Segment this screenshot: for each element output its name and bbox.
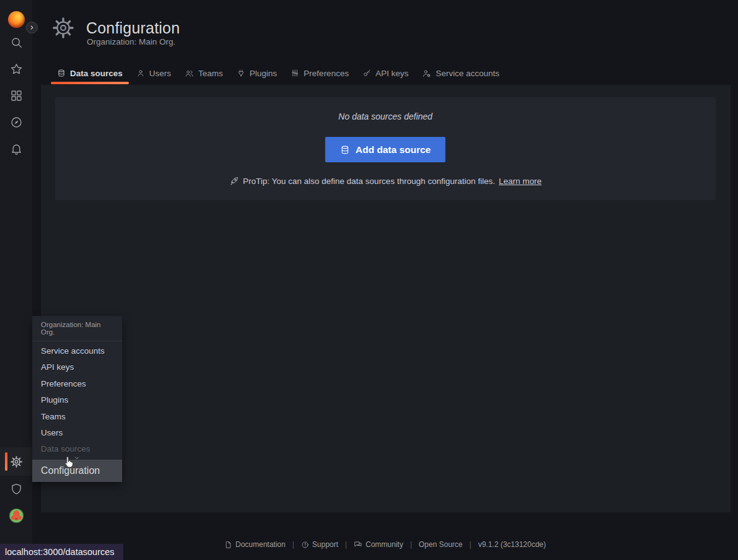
grafana-logo-icon bbox=[8, 11, 25, 28]
sidebar-expand-button[interactable] bbox=[26, 22, 38, 33]
menu-item-users[interactable]: Users bbox=[32, 425, 122, 441]
grafana-app: Configuration Organization: Main Org. Da… bbox=[0, 0, 738, 560]
add-data-source-button[interactable]: Add data source bbox=[325, 137, 446, 162]
protip-row: ProTip: You can also define data sources… bbox=[55, 176, 716, 186]
sidebar bbox=[0, 0, 32, 560]
empty-state-box: No data sources defined Add data source … bbox=[55, 97, 716, 200]
config-tabs: Data sources Users Teams Plugins Prefere… bbox=[50, 63, 506, 83]
menu-item-api-keys[interactable]: API keys bbox=[32, 359, 122, 375]
tab-service-accounts[interactable]: Service accounts bbox=[415, 63, 506, 83]
sidebar-item-configuration[interactable] bbox=[0, 447, 32, 476]
gear-icon bbox=[10, 455, 23, 468]
tab-label: Teams bbox=[198, 69, 223, 78]
page-title: Configuration bbox=[86, 19, 180, 37]
menu-org-header: Organization: Main Org. bbox=[32, 316, 122, 341]
database-icon bbox=[57, 69, 66, 77]
sidebar-item-alerting[interactable] bbox=[0, 136, 32, 162]
tab-data-sources[interactable]: Data sources bbox=[50, 63, 130, 83]
sidebar-item-server-admin[interactable] bbox=[0, 476, 32, 502]
footer-link-open-source[interactable]: Open Source bbox=[419, 540, 463, 549]
configuration-flyout-menu: Organization: Main Org. Service accounts… bbox=[32, 316, 122, 482]
tab-preferences[interactable]: Preferences bbox=[284, 63, 356, 83]
add-data-source-label: Add data source bbox=[356, 144, 431, 155]
menu-list: Service accounts API keys Preferences Pl… bbox=[32, 341, 122, 460]
database-icon bbox=[340, 145, 350, 155]
tab-label: API keys bbox=[376, 69, 408, 78]
tab-api-keys[interactable]: API keys bbox=[356, 63, 415, 83]
tab-label: Plugins bbox=[250, 69, 277, 78]
menu-footer-configuration[interactable]: Configuration bbox=[32, 460, 122, 482]
tab-label: Data sources bbox=[70, 69, 123, 78]
tab-label: Service accounts bbox=[436, 69, 499, 78]
page-subtitle: Organization: Main Org. bbox=[87, 37, 175, 46]
footer-link-documentation[interactable]: Documentation bbox=[224, 540, 286, 549]
footer-link-label: Open Source bbox=[419, 540, 463, 549]
sidebar-item-explore[interactable] bbox=[0, 109, 32, 136]
menu-item-plugins[interactable]: Plugins bbox=[32, 392, 122, 408]
bell-icon bbox=[10, 142, 23, 155]
comments-icon bbox=[354, 540, 362, 549]
user-avatar bbox=[9, 509, 24, 523]
protip-text: ProTip: You can also define data sources… bbox=[243, 177, 495, 186]
user-icon bbox=[136, 69, 145, 77]
sidebar-item-search[interactable] bbox=[0, 29, 32, 56]
document-icon bbox=[224, 541, 232, 549]
page-footer: Documentation | Support | Community | Op… bbox=[32, 540, 738, 549]
empty-state-message: No data sources defined bbox=[55, 112, 716, 121]
key-icon bbox=[362, 69, 371, 77]
search-icon bbox=[10, 36, 23, 49]
footer-separator: | bbox=[292, 540, 294, 549]
chevron-right-icon bbox=[28, 24, 36, 32]
user-gear-icon bbox=[422, 69, 431, 78]
plug-icon bbox=[237, 69, 245, 77]
dashboards-grid-icon bbox=[10, 89, 23, 102]
active-indicator-bar bbox=[5, 452, 7, 471]
footer-separator: | bbox=[345, 540, 347, 549]
chevron-down-icon bbox=[73, 454, 81, 462]
users-icon bbox=[185, 69, 194, 78]
footer-link-community[interactable]: Community bbox=[354, 540, 403, 549]
content-pane: No data sources defined Add data source … bbox=[41, 85, 731, 512]
footer-separator: | bbox=[470, 540, 472, 549]
tab-teams[interactable]: Teams bbox=[178, 63, 230, 83]
menu-item-service-accounts[interactable]: Service accounts bbox=[32, 343, 122, 359]
sliders-icon bbox=[291, 69, 299, 77]
footer-separator: | bbox=[410, 540, 412, 549]
menu-item-preferences[interactable]: Preferences bbox=[32, 376, 122, 392]
sidebar-item-dashboards[interactable] bbox=[0, 82, 32, 109]
footer-link-label: Support bbox=[312, 540, 338, 549]
browser-status-tooltip: localhost:3000/datasources bbox=[0, 544, 123, 560]
footer-link-label: Community bbox=[366, 540, 403, 549]
tab-plugins[interactable]: Plugins bbox=[230, 63, 284, 83]
footer-link-support[interactable]: Support bbox=[301, 540, 338, 549]
menu-item-teams[interactable]: Teams bbox=[32, 409, 122, 425]
compass-icon bbox=[10, 116, 23, 129]
question-circle-icon bbox=[301, 541, 309, 549]
page-header-gear-icon bbox=[51, 16, 75, 40]
tab-label: Users bbox=[149, 69, 171, 78]
star-icon bbox=[10, 63, 23, 76]
sidebar-item-starred[interactable] bbox=[0, 56, 32, 82]
tab-users[interactable]: Users bbox=[130, 63, 178, 83]
tab-label: Preferences bbox=[304, 69, 349, 78]
footer-version: v9.1.2 (3c13120cde) bbox=[478, 540, 546, 549]
shield-icon bbox=[10, 483, 23, 496]
footer-link-label: Documentation bbox=[235, 540, 286, 549]
learn-more-link[interactable]: Learn more bbox=[499, 177, 542, 186]
sidebar-item-profile[interactable] bbox=[0, 503, 32, 528]
rocket-icon bbox=[229, 176, 239, 186]
